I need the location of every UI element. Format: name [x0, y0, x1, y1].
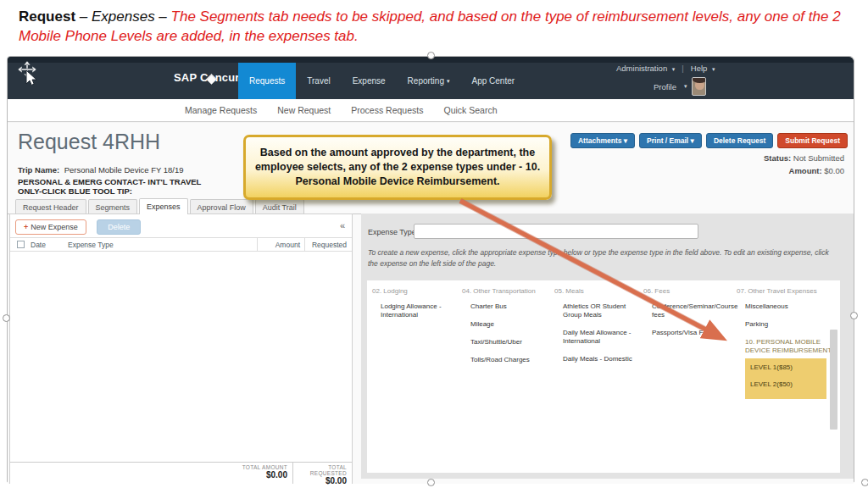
- total-requested-value: $0.00: [293, 476, 347, 485]
- expense-type-item[interactable]: Daily Meals - Domestic: [563, 355, 643, 363]
- scrollbar-thumb[interactable]: [830, 330, 837, 430]
- delete-request-button[interactable]: Delete Request: [706, 133, 773, 148]
- expense-type-item[interactable]: Athletics OR Student Group Meals: [563, 302, 643, 319]
- category-fees: 06. Fees Conference/Seminar/Course fees …: [643, 287, 732, 347]
- category-lodging: 02. Lodging Lodging Allowance - Internat…: [372, 287, 460, 329]
- expense-type-item[interactable]: Taxi/Shuttle/Uber: [470, 338, 550, 347]
- help-menu[interactable]: Help ▾: [691, 64, 715, 73]
- category-subheader-mobile-device: 10. PERSONAL MOBILE DEVICE REIMBURSEMENT: [745, 338, 835, 355]
- nav-tab-app-center[interactable]: App Center: [460, 63, 526, 99]
- selection-handle-right[interactable]: [850, 312, 858, 319]
- expense-toolbar: +New Expense Delete «: [10, 214, 352, 237]
- column-requested[interactable]: Requested: [304, 238, 352, 251]
- highlighted-levels: LEVEL 1($85) LEVEL 2($50): [745, 358, 826, 399]
- trip-name-value: Personal Mobile Device FY 18/19: [64, 165, 184, 175]
- chevron-down-icon: ▾: [712, 66, 715, 72]
- expense-type-item[interactable]: Daily Meal Allowance - International: [563, 329, 643, 346]
- expense-type-item[interactable]: Parking: [745, 320, 835, 329]
- subnav-manage-requests[interactable]: Manage Requests: [185, 105, 257, 115]
- subnav-quick-search[interactable]: Quick Search: [443, 105, 497, 115]
- plus-icon: +: [24, 223, 28, 231]
- total-requested-cell: TOTAL REQUESTED $0.00: [292, 463, 352, 484]
- tab-segments[interactable]: Segments: [88, 199, 138, 214]
- category-header: 04. Other Transportation: [462, 287, 550, 295]
- expense-type-item[interactable]: Lodging Allowance - International: [381, 302, 460, 319]
- selection-handle-top[interactable]: [427, 52, 435, 59]
- select-all-checkbox[interactable]: [17, 241, 25, 248]
- selection-handle-bottom-right[interactable]: [861, 479, 868, 486]
- concur-window: SAP Concur C Requests Travel Expense Rep…: [7, 56, 854, 483]
- expense-type-input[interactable]: [414, 224, 698, 239]
- navbar-utility-menu: Administration ▾ | Help ▾: [616, 64, 715, 73]
- column-amount[interactable]: Amount: [257, 238, 304, 251]
- total-amount-cell: TOTAL AMOUNT $0.00: [233, 463, 292, 484]
- tab-request-header[interactable]: Request Header: [15, 199, 86, 214]
- trip-name-label: Trip Name:: [18, 165, 59, 175]
- expense-type-item[interactable]: Conference/Seminar/Course fees: [652, 302, 732, 319]
- amount-label: Amount:: [789, 166, 822, 175]
- column-date[interactable]: Date: [31, 241, 68, 249]
- nav-tab-expense[interactable]: Expense: [342, 63, 397, 99]
- expense-type-level-1[interactable]: LEVEL 1($85): [750, 363, 821, 371]
- request-actions: Attachments ▾ Print / Email ▾ Delete Req…: [570, 133, 848, 148]
- request-tabs: Request Header Segments Expenses Approva…: [15, 198, 854, 214]
- slide: Request – Expenses – The Segments tab ne…: [0, 0, 868, 488]
- slide-title-mid: – Expenses –: [75, 8, 170, 25]
- print-email-button[interactable]: Print / Email ▾: [639, 133, 702, 148]
- status-value: Not Submitted: [793, 153, 844, 163]
- secondary-nav: Manage Requests New Request Process Requ…: [8, 99, 854, 122]
- category-header: 07. Other Travel Expenses: [737, 287, 835, 295]
- request-status: Status: Not Submitted Amount: $0.00: [764, 152, 844, 177]
- delete-expense-button-disabled: Delete: [97, 219, 141, 235]
- nav-tab-travel[interactable]: Travel: [296, 63, 341, 99]
- attachments-button[interactable]: Attachments ▾: [570, 133, 635, 148]
- subnav-new-request[interactable]: New Request: [277, 105, 331, 115]
- travel-note: PERSONAL & EMERG CONTACT- INT'L TRAVEL O…: [18, 177, 213, 196]
- administration-menu[interactable]: Administration ▾: [616, 64, 675, 73]
- expense-type-item[interactable]: Tolls/Road Charges: [470, 356, 550, 364]
- slide-title: Request – Expenses – The Segments tab ne…: [19, 7, 854, 46]
- expense-type-item[interactable]: Charter Bus: [470, 302, 550, 311]
- selection-handle-left[interactable]: [3, 314, 10, 322]
- expense-type-item[interactable]: Passports/Visa Fees: [652, 329, 732, 337]
- chevron-down-icon: ▾: [672, 66, 676, 72]
- total-amount-value: $0.00: [233, 470, 287, 480]
- move-cursor-icon: [16, 60, 42, 89]
- expense-type-item[interactable]: Miscellaneous: [745, 302, 835, 311]
- trip-name: Trip Name: Personal Mobile Device FY 18/…: [18, 165, 184, 175]
- column-expense-type[interactable]: Expense Type: [68, 241, 257, 249]
- expense-list-panel: +New Expense Delete « Date Expense Type …: [9, 214, 353, 484]
- expense-type-item[interactable]: Mileage: [470, 320, 550, 329]
- tab-expenses[interactable]: Expenses: [139, 198, 188, 214]
- profile-avatar[interactable]: [692, 77, 706, 96]
- tab-audit-trail[interactable]: Audit Trail: [255, 199, 304, 214]
- profile-menu[interactable]: Profile ▾: [654, 77, 706, 96]
- expense-type-level-2[interactable]: LEVEL 2($50): [750, 380, 821, 388]
- category-header: 06. Fees: [643, 287, 732, 295]
- total-requested-label: TOTAL REQUESTED: [293, 464, 347, 476]
- nav-tab-reporting[interactable]: Reporting▾: [397, 63, 461, 99]
- selection-handle-bottom[interactable]: [427, 479, 435, 486]
- picker-instructions: To create a new expense, click the appro…: [368, 247, 836, 269]
- subnav-process-requests[interactable]: Process Requests: [351, 105, 423, 115]
- collapse-panel-icon[interactable]: «: [340, 220, 345, 230]
- expense-picker-panel: Expense Type: To create a new expense, c…: [361, 214, 854, 479]
- expense-totals: TOTAL AMOUNT $0.00 TOTAL REQUESTED $0.00: [10, 462, 352, 484]
- category-meals: 05. Meals Athletics OR Student Group Mea…: [554, 287, 643, 373]
- expense-table-body-empty: [10, 252, 352, 462]
- category-other-transportation: 04. Other Transportation Charter Bus Mil…: [462, 287, 550, 374]
- status-label: Status:: [764, 153, 791, 163]
- total-amount-label: TOTAL AMOUNT: [233, 464, 287, 470]
- submit-request-button[interactable]: Submit Request: [777, 133, 848, 148]
- expense-table-header: Date Expense Type Amount Requested: [10, 237, 352, 252]
- slide-title-prefix: Request: [19, 8, 75, 25]
- tab-approval-flow[interactable]: Approval Flow: [190, 199, 253, 214]
- new-expense-button[interactable]: +New Expense: [15, 219, 86, 235]
- top-navbar: SAP Concur C Requests Travel Expense Rep…: [8, 57, 854, 99]
- annotation-callout: Based on the amount approved by the depa…: [243, 135, 552, 200]
- amount-value: $0.00: [824, 166, 844, 175]
- primary-nav: Requests Travel Expense Reporting▾ App C…: [238, 63, 526, 99]
- category-header: 02. Lodging: [372, 287, 460, 295]
- page-title: Request 4RHH: [18, 130, 160, 154]
- nav-tab-requests[interactable]: Requests: [238, 63, 296, 99]
